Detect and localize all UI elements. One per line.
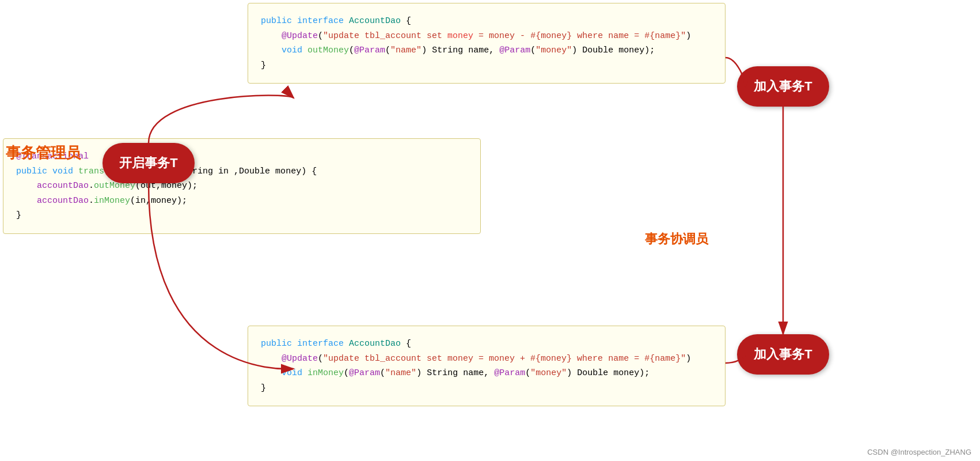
main-container: public interface AccountDao { @Update("u…	[0, 0, 980, 461]
top-line-2: @Update("update tbl_account set money = …	[261, 29, 712, 44]
coordinator-label: 事务协调员	[645, 231, 708, 248]
left-line-3: accountDao.outMoney(out,money);	[16, 179, 468, 194]
top-line-4: }	[261, 58, 712, 73]
left-line-2: public void transfer(String out,String i…	[16, 164, 468, 179]
bottom-code-box: public interface AccountDao { @Update("u…	[248, 326, 725, 406]
bottom-line-4: }	[261, 381, 712, 396]
join-transaction-bottom-button[interactable]: 加入事务T	[737, 334, 829, 375]
join-transaction-bottom-label: 加入事务T	[754, 346, 812, 363]
left-line-1: @Transactional	[16, 149, 468, 164]
join-transaction-top-button[interactable]: 加入事务T	[737, 66, 829, 107]
bottom-line-1: public interface AccountDao {	[261, 337, 712, 352]
start-transaction-label: 开启事务T	[119, 154, 177, 172]
left-line-5: }	[16, 208, 468, 223]
manager-label: 事务管理员	[6, 143, 81, 163]
bottom-line-3: void inMoney(@Param("name") String name,…	[261, 366, 712, 381]
start-transaction-button[interactable]: 开启事务T	[102, 143, 195, 183]
join-transaction-top-label: 加入事务T	[754, 78, 812, 95]
top-line-1: public interface AccountDao {	[261, 14, 712, 29]
left-line-4: accountDao.inMoney(in,money);	[16, 194, 468, 209]
watermark: CSDN @Introspection_ZHANG	[867, 448, 971, 456]
bottom-line-2: @Update("update tbl_account set money = …	[261, 352, 712, 366]
top-code-box: public interface AccountDao { @Update("u…	[248, 3, 725, 84]
top-line-3: void outMoney(@Param("name") String name…	[261, 43, 712, 58]
